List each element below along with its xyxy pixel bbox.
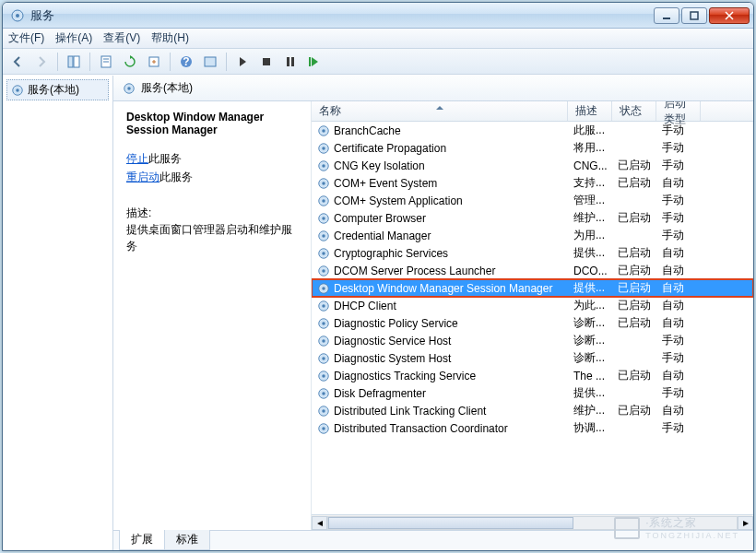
service-type: 自动: [662, 315, 706, 331]
help-button[interactable]: ?: [175, 52, 197, 72]
service-row[interactable]: Distributed Transaction Coordinator协调...…: [312, 419, 753, 437]
toolbar-separator: [226, 53, 227, 71]
svg-point-40: [322, 287, 325, 290]
service-row[interactable]: Diagnostic System Host诊断...手动: [312, 349, 753, 367]
back-button[interactable]: [6, 52, 29, 72]
gear-icon: [317, 352, 330, 365]
service-status: 已启动: [618, 403, 662, 418]
menu-action[interactable]: 操作(A): [55, 30, 92, 46]
service-rows[interactable]: BranchCache此服...手动Certificate Propagatio…: [312, 122, 753, 514]
service-row[interactable]: COM+ System Application管理...手动: [312, 192, 753, 209]
properties-button[interactable]: [95, 52, 117, 72]
restart-suffix: 此服务: [159, 171, 193, 183]
service-row[interactable]: Diagnostic Service Host诊断...手动: [312, 332, 753, 349]
maximize-button[interactable]: [681, 7, 707, 24]
pause-service-button[interactable]: [279, 52, 301, 72]
scroll-left-button[interactable]: ◂: [312, 516, 327, 530]
svg-point-52: [322, 392, 325, 395]
service-name: Distributed Transaction Coordinator: [334, 422, 508, 435]
svg-point-50: [322, 374, 325, 378]
service-name: COM+ Event System: [334, 177, 437, 190]
service-desc: 将用...: [573, 140, 618, 156]
scroll-right-button[interactable]: ▸: [738, 516, 753, 530]
service-type: 自动: [662, 175, 706, 191]
service-type: 手动: [662, 228, 706, 243]
service-name: Diagnostic System Host: [334, 352, 451, 365]
scroll-thumb[interactable]: [328, 517, 573, 529]
tree-node-services-local[interactable]: 服务(本地): [6, 79, 109, 100]
service-row[interactable]: Distributed Link Tracking Client维护...已启动…: [312, 402, 753, 419]
service-status: 已启动: [618, 263, 662, 278]
service-name: Diagnostic Policy Service: [334, 317, 458, 330]
service-row[interactable]: Diagnostic Policy Service诊断...已启动自动: [312, 314, 753, 332]
service-row[interactable]: Diagnostics Tracking ServiceThe ...已启动自动: [312, 367, 753, 384]
gear-icon: [317, 177, 330, 190]
svg-point-30: [322, 199, 325, 203]
tree-pane: 服务(本地): [3, 76, 113, 550]
gear-icon: [317, 335, 330, 347]
menu-file[interactable]: 文件(F): [8, 30, 44, 46]
start-service-button[interactable]: [231, 52, 254, 72]
service-list: 名称 描述 状态 启动类型 BranchCache此服...手动Certific…: [312, 101, 753, 530]
gear-icon: [317, 387, 330, 400]
service-type: 自动: [662, 245, 706, 261]
service-row[interactable]: Certificate Propagation将用...手动: [312, 139, 753, 157]
service-row[interactable]: COM+ Event System支持...已启动自动: [312, 174, 753, 192]
restart-link[interactable]: 重启动: [126, 171, 159, 183]
service-row[interactable]: CNG Key IsolationCNG...已启动手动: [312, 157, 753, 174]
menubar: 文件(F) 操作(A) 查看(V) 帮助(H): [3, 29, 753, 49]
svg-point-56: [322, 427, 325, 430]
stop-suffix: 此服务: [148, 152, 182, 165]
svg-text:?: ?: [183, 55, 189, 68]
svg-point-26: [322, 164, 325, 168]
service-desc: 协调...: [573, 420, 618, 436]
service-type: 手动: [662, 385, 706, 401]
service-desc: 提供...: [573, 280, 618, 296]
toolbar-button[interactable]: [199, 52, 221, 72]
tab-standard[interactable]: 标准: [164, 530, 210, 550]
service-desc: The ...: [573, 370, 618, 382]
stop-link[interactable]: 停止: [126, 152, 148, 165]
horizontal-scrollbar[interactable]: ◂ ▸: [312, 514, 753, 530]
service-row[interactable]: Desktop Window Manager Session Manager提供…: [312, 279, 753, 297]
service-row[interactable]: Computer Browser维护...已启动手动: [312, 209, 753, 227]
service-row[interactable]: DHCP Client为此...已启动自动: [312, 297, 753, 314]
export-button[interactable]: [143, 52, 165, 72]
service-type: 手动: [662, 140, 706, 156]
svg-point-38: [322, 269, 325, 273]
tab-extended[interactable]: 扩展: [119, 530, 165, 550]
service-type: 手动: [662, 193, 706, 208]
column-status[interactable]: 状态: [612, 101, 656, 121]
service-row[interactable]: Credential Manager为用...手动: [312, 227, 753, 244]
svg-point-44: [322, 322, 325, 325]
minimize-button[interactable]: [654, 7, 679, 24]
svg-rect-5: [74, 56, 79, 67]
close-button[interactable]: [709, 7, 750, 24]
service-desc: 支持...: [573, 175, 618, 191]
service-row[interactable]: Cryptographic Services提供...已启动自动: [312, 244, 753, 262]
gear-icon: [317, 405, 330, 418]
titlebar[interactable]: 服务: [3, 3, 753, 29]
svg-point-48: [322, 357, 325, 360]
pane-body: Desktop Window Manager Session Manager 停…: [113, 101, 753, 530]
service-type: 自动: [662, 280, 706, 296]
gear-icon: [317, 159, 330, 172]
description-label: 描述:: [126, 206, 301, 221]
refresh-button[interactable]: [119, 52, 141, 72]
gear-icon: [123, 82, 136, 95]
scroll-track[interactable]: [327, 516, 738, 530]
column-desc[interactable]: 描述: [568, 101, 612, 121]
restart-service-button[interactable]: [303, 52, 325, 72]
service-type: 手动: [662, 210, 706, 226]
stop-service-button[interactable]: [255, 52, 278, 72]
app-icon: [10, 8, 25, 23]
column-name[interactable]: 名称: [312, 101, 568, 121]
menu-help[interactable]: 帮助(H): [151, 30, 189, 46]
menu-view[interactable]: 查看(V): [103, 30, 140, 46]
service-type: 自动: [662, 298, 706, 313]
forward-button[interactable]: [30, 52, 53, 72]
show-hide-tree-button[interactable]: [63, 52, 85, 72]
column-type[interactable]: 启动类型: [656, 101, 701, 121]
service-row[interactable]: Disk Defragmenter提供...手动: [312, 384, 753, 402]
service-row[interactable]: DCOM Server Process LauncherDCO...已启动自动: [312, 262, 753, 279]
